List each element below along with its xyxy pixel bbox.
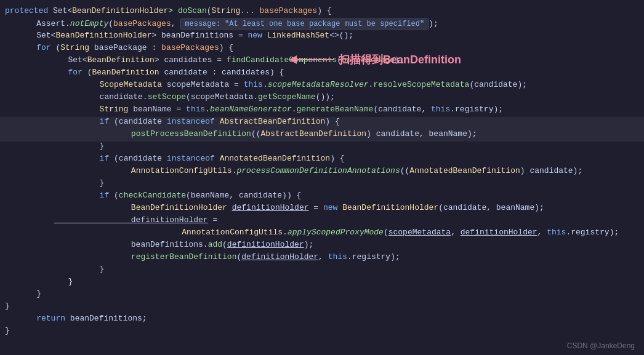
line-10-content: if (candidate instanceof AbstractBeanDef… (37, 117, 638, 126)
line-16-content: if (checkCandidate(beanName, candidate))… (37, 191, 638, 200)
code-line-23: } (0, 277, 644, 289)
code-line-25: } (0, 301, 644, 314)
line-6-content: for (BeanDefinition candidate : candidat… (25, 68, 638, 77)
code-line-16: if (checkCandidate(beanName, candidate))… (0, 191, 644, 203)
line-23-content: } (25, 277, 638, 286)
line-21-content: registerBeanDefinition(definitionHolder,… (49, 252, 638, 261)
code-line-6: for (BeanDefinition candidate : candidat… (0, 68, 644, 80)
line-19-content: AnnotationConfigUtils.applyScopedProxyMo… (62, 228, 638, 237)
line-17-content: BeanDefinitionHolder definitionHolder = … (49, 203, 638, 212)
code-line-20: beanDefinitions.add(definitionHolder); (0, 240, 644, 252)
code-line-9: String beanName = this.beanNameGenerator… (0, 105, 644, 117)
arrow-shaft (297, 59, 334, 60)
code-line-10: if (candidate instanceof AbstractBeanDef… (0, 117, 644, 129)
line-13-content: if (candidate instanceof AnnotatedBeanDe… (37, 154, 638, 163)
code-line-24: } (0, 289, 644, 301)
line-3-content: Set<BeanDefinitionHolder> beanDefinition… (12, 31, 638, 40)
code-line-7: ScopeMetadata scopeMetadata = this.scope… (0, 80, 644, 92)
line-1-content: protected Set<BeanDefinitionHolder> doSc… (0, 6, 638, 15)
line-4-content: for (String basePackage : basePackages) … (12, 43, 638, 52)
code-line-27: } (0, 326, 644, 338)
line-11-content: postProcessBeanDefinition((AbstractBeanD… (49, 129, 638, 138)
line-24-content: } (12, 289, 638, 298)
code-line-13: if (candidate instanceof AnnotatedBeanDe… (0, 154, 644, 166)
code-line-26: return beanDefinitions; (0, 314, 644, 326)
annotation-label: 扫描得到BeanDefinition (339, 52, 461, 67)
line-9-content: String beanName = this.beanNameGenerator… (37, 105, 638, 114)
line-20-content: beanDefinitions.add(definitionHolder); (49, 240, 638, 249)
code-line-1: protected Set<BeanDefinitionHolder> doSc… (0, 6, 644, 18)
line-2-content: Assert.notEmpty(basePackages, message: "… (12, 18, 638, 30)
code-line-2: Assert.notEmpty(basePackages, message: "… (0, 18, 644, 31)
code-line-22: } (0, 265, 644, 277)
line-14-content: AnnotationConfigUtils.processCommonDefin… (49, 166, 638, 175)
code-line-17: BeanDefinitionHolder definitionHolder = … (0, 203, 644, 215)
line-18-content: definitionHolder = (49, 215, 638, 225)
line-12-content: } (37, 142, 638, 151)
line-26-content: return beanDefinitions; (12, 314, 638, 323)
line-8-content: candidate.setScope(scopeMetadata.getScop… (37, 92, 638, 102)
code-line-3: Set<BeanDefinitionHolder> beanDefinition… (0, 31, 644, 43)
line-25-content: } (0, 301, 638, 311)
annotation-group: 扫描得到BeanDefinition (289, 52, 461, 67)
code-container: protected Set<BeanDefinitionHolder> doSc… (0, 0, 644, 355)
line-15-content: } (37, 178, 638, 188)
code-line-19: AnnotationConfigUtils.applyScopedProxyMo… (0, 228, 644, 240)
code-line-21: registerBeanDefinition(definitionHolder,… (0, 252, 644, 265)
arrow-container: 扫描得到BeanDefinition (289, 52, 461, 67)
code-line-11: postProcessBeanDefinition((AbstractBeanD… (0, 129, 644, 142)
line-27-content: } (0, 326, 638, 335)
watermark: CSDN @JankeDeng (567, 341, 635, 350)
code-line-14: AnnotationConfigUtils.processCommonDefin… (0, 166, 644, 178)
line-7-content: ScopeMetadata scopeMetadata = this.scope… (37, 80, 638, 89)
arrow-head (289, 55, 297, 64)
code-line-12: } (0, 142, 644, 154)
code-line-15: } (0, 178, 644, 191)
code-line-8: candidate.setScope(scopeMetadata.getScop… (0, 92, 644, 105)
code-line-18: definitionHolder = (0, 215, 644, 228)
line-22-content: } (37, 265, 638, 274)
